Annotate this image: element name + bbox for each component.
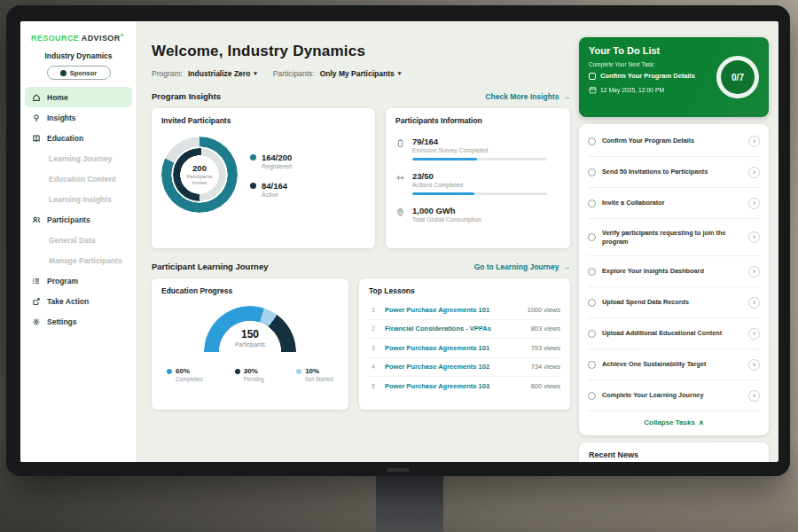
section-title-learning-journey: Participant Learning Journey xyxy=(152,262,268,271)
task-chevron-icon[interactable]: › xyxy=(748,198,760,209)
not-started-dot-icon xyxy=(296,369,301,374)
task-item[interactable]: Send 50 Invitations to Participants › xyxy=(588,157,760,188)
task-item[interactable]: Verify participants requesting to join t… xyxy=(588,219,760,256)
participants-filter-dropdown[interactable]: Only My Participants ▾ xyxy=(320,69,402,78)
sponsor-badge[interactable]: Sponsor xyxy=(47,66,111,80)
checkbox-icon[interactable] xyxy=(589,73,596,80)
lesson-link[interactable]: Power Purchase Agreements 101 xyxy=(385,306,520,314)
task-chevron-icon[interactable]: › xyxy=(748,390,760,402)
task-chevron-icon[interactable]: › xyxy=(748,167,760,178)
active-dot-icon xyxy=(250,183,256,189)
task-chevron-icon[interactable]: › xyxy=(748,297,760,309)
insights-cards-row: Invited Participants 200 Participants In… xyxy=(152,108,570,248)
lesson-row: 3 Power Purchase Agreements 101 793 view… xyxy=(369,339,560,358)
task-checkbox-icon[interactable] xyxy=(588,268,596,276)
filter-bar: Program: Industrialize Zero ▾ Participan… xyxy=(152,69,574,78)
monitor-logo xyxy=(387,468,410,472)
task-item[interactable]: Achieve One Sustainability Target › xyxy=(588,349,760,380)
actions-completed-progressbar xyxy=(412,192,547,195)
task-chevron-icon[interactable]: › xyxy=(748,328,760,340)
actions-completed-row: 23/50 Actions Completed xyxy=(395,171,560,195)
recent-news-card: Recent News xyxy=(579,442,769,462)
task-chevron-icon[interactable]: › xyxy=(748,136,760,147)
gear-icon xyxy=(32,317,41,326)
education-progress-card: Education Progress 150 Participants xyxy=(152,278,348,410)
task-item[interactable]: Confirm Your Program Details › xyxy=(588,126,760,157)
card-title: Invited Participants xyxy=(161,116,365,125)
task-item[interactable]: Invite a Collaborator › xyxy=(588,188,760,219)
card-title: Education Progress xyxy=(161,286,339,295)
task-item[interactable]: Upload Additional Educational Content › xyxy=(588,318,760,349)
survey-icon xyxy=(395,138,405,148)
sidebar-nav: Home Insights Education Learning Journey… xyxy=(20,87,137,332)
monitor-stand xyxy=(376,476,443,532)
lesson-link[interactable]: Financial Considerations - VPPAs xyxy=(385,325,524,332)
sidebar-item-program[interactable]: Program xyxy=(20,270,137,291)
education-gauge-chart: 150 Participants xyxy=(204,306,296,357)
task-checkbox-icon[interactable] xyxy=(588,392,596,400)
task-item[interactable]: Upload Spend Data Records › xyxy=(588,287,760,318)
sidebar-item-participants[interactable]: Participants xyxy=(20,209,137,230)
task-item[interactable]: Explore Your Insights Dashboard › xyxy=(588,256,760,287)
chevron-down-icon: ▾ xyxy=(398,70,402,77)
sidebar-item-education[interactable]: Education xyxy=(20,128,137,148)
sidebar: RESOURCE ADVISOR+ Industry Dynamics Spon… xyxy=(20,21,137,462)
lesson-link[interactable]: Power Purchase Agreements 102 xyxy=(385,363,524,371)
book-icon xyxy=(32,134,41,143)
sidebar-item-manage-participants[interactable]: Manage Participants xyxy=(20,250,137,270)
screen: RESOURCE ADVISOR+ Industry Dynamics Spon… xyxy=(20,21,778,462)
task-checkbox-icon[interactable] xyxy=(588,233,596,241)
participants-information-card: Participants Information 79/164 Emission… xyxy=(386,108,570,248)
task-checkbox-icon[interactable] xyxy=(588,330,596,338)
task-item[interactable]: Complete Your Learning Journey › xyxy=(588,380,760,411)
lesson-row: 2 Financial Considerations - VPPAs 803 v… xyxy=(369,320,560,340)
sidebar-item-home[interactable]: Home xyxy=(25,87,132,107)
completed-dot-icon xyxy=(167,369,172,374)
todo-next-task[interactable]: Confirm Your Program Details xyxy=(589,72,713,80)
registered-dot-icon xyxy=(250,154,256,160)
emission-survey-row: 79/164 Emission Survey Completed xyxy=(395,137,560,160)
check-more-insights-link[interactable]: Check More Insights → xyxy=(485,92,570,101)
task-checkbox-icon[interactable] xyxy=(588,200,596,207)
chevron-down-icon: ▾ xyxy=(254,70,257,77)
task-chevron-icon[interactable]: › xyxy=(748,231,760,243)
emission-survey-progressbar xyxy=(412,158,547,160)
sidebar-item-settings[interactable]: Settings xyxy=(20,311,137,332)
legend-item-not-started: 10% Not Started xyxy=(296,367,333,382)
pending-dot-icon xyxy=(235,369,240,374)
action-arrow-icon xyxy=(32,297,41,306)
task-chevron-icon[interactable]: › xyxy=(748,266,760,278)
task-checkbox-icon[interactable] xyxy=(588,299,596,307)
learning-journey-header: Participant Learning Journey Go to Learn… xyxy=(152,262,570,271)
lesson-link[interactable]: Power Purchase Agreements 103 xyxy=(385,382,524,390)
invited-donut-center: 200 Participants Invited xyxy=(183,158,216,192)
task-chevron-icon[interactable]: › xyxy=(748,359,760,371)
people-icon xyxy=(32,215,41,224)
card-title: Top Lessons xyxy=(369,286,560,295)
sidebar-item-learning-journey[interactable]: Learning Journey xyxy=(20,148,137,168)
app-logo: RESOURCE ADVISOR+ xyxy=(20,21,137,43)
task-checkbox-icon[interactable] xyxy=(588,137,596,145)
sidebar-item-general-data[interactable]: General Data xyxy=(20,230,137,250)
sidebar-item-insights[interactable]: Insights xyxy=(20,107,137,128)
collapse-tasks-button[interactable]: Collapse Tasks ∧ xyxy=(588,411,760,434)
todo-tasks-card: Confirm Your Program Details › Send 50 I… xyxy=(579,124,769,435)
task-checkbox-icon[interactable] xyxy=(588,168,596,176)
monitor-bezel: RESOURCE ADVISOR+ Industry Dynamics Spon… xyxy=(6,5,790,476)
task-checkbox-icon[interactable] xyxy=(588,361,596,369)
program-filter-dropdown[interactable]: Industrialize Zero ▾ xyxy=(188,69,257,78)
sidebar-item-take-action[interactable]: Take Action xyxy=(20,291,137,311)
go-to-learning-journey-link[interactable]: Go to Learning Journey → xyxy=(474,262,570,271)
arrow-right-icon: → xyxy=(563,262,571,271)
learning-cards-row: Education Progress 150 Participants xyxy=(152,278,570,410)
progress-fill xyxy=(412,192,474,195)
sidebar-item-learning-insights[interactable]: Learning Insights xyxy=(20,189,137,209)
main-content: Welcome, Industry Dynamics Program: Indu… xyxy=(137,21,574,462)
section-title-program-insights: Program Insights xyxy=(152,91,221,101)
sidebar-item-education-content[interactable]: Education Content xyxy=(20,168,137,189)
top-lessons-list: 1 Power Purchase Agreements 101 1000 vie… xyxy=(369,301,560,396)
legend-item-active: 84/164 Active xyxy=(250,181,292,198)
lesson-link[interactable]: Power Purchase Agreements 101 xyxy=(385,344,524,352)
logo-part-1: RESOURCE xyxy=(31,34,79,43)
bulb-icon xyxy=(32,113,41,122)
